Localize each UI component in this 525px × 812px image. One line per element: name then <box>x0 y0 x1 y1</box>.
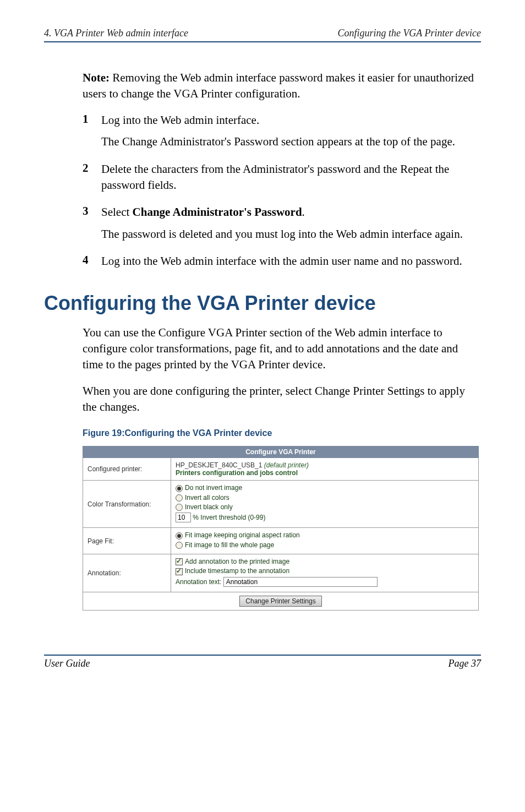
radio-invert-black[interactable] <box>176 504 183 511</box>
label-configured-printer: Configured printer: <box>83 458 171 481</box>
radio-label-fit-whole: Fit image to fill the whole page <box>185 541 274 549</box>
note-text: Removing the Web admin interface passwor… <box>83 71 474 100</box>
annotation-text-input[interactable] <box>223 577 378 587</box>
note-paragraph: Note: Removing the Web admin interface p… <box>83 70 481 102</box>
checkbox-include-timestamp[interactable] <box>176 568 183 575</box>
step-4-body: Log into the Web admin interface with th… <box>101 253 481 269</box>
radio-fit-whole[interactable] <box>176 542 183 549</box>
configure-vga-printer-table: Configure VGA Printer Configured printer… <box>83 446 479 610</box>
radio-label-fit-aspect: Fit image keeping original aspect ration <box>185 531 300 539</box>
step-2: 2 Delete the characters from the Adminis… <box>83 161 481 199</box>
step-2-body: Delete the characters from the Administr… <box>101 161 481 194</box>
cell-annotation: Add annotation to the printed image Incl… <box>171 554 479 592</box>
threshold-suffix: % Invert threshold (0-99) <box>193 514 265 521</box>
row-button: Change Printer Settings <box>83 592 479 610</box>
step-3-bold: Change Administrator's Password <box>133 205 302 219</box>
printer-name: HP_DESKJET_840C_USB_1 <box>176 461 264 469</box>
step-1-after: The Change Administrator's Password sect… <box>101 134 481 150</box>
label-color-transformation: Color Transformation: <box>83 481 171 528</box>
para-2: When you are done configuring the printe… <box>83 383 481 416</box>
step-number: 3 <box>83 204 91 248</box>
radio-invert-all[interactable] <box>176 494 183 502</box>
footer-left: User Guide <box>44 658 90 669</box>
annotation-text-label: Annotation text: <box>176 578 223 586</box>
label-page-fit: Page Fit: <box>83 528 171 554</box>
row-annotation: Annotation: Add annotation to the printe… <box>83 554 479 592</box>
step-1: 1 Log into the Web admin interface. The … <box>83 112 481 156</box>
radio-fit-aspect[interactable] <box>176 532 183 539</box>
checkbox-label-add-annotation: Add annotation to the printed image <box>185 558 289 565</box>
radio-label-do-not-invert: Do not invert image <box>185 484 242 492</box>
radio-label-invert-all: Invert all colors <box>185 494 229 502</box>
change-printer-settings-button[interactable]: Change Printer Settings <box>239 596 321 607</box>
step-3-after: The password is deleted and you must log… <box>101 226 481 242</box>
checkbox-add-annotation[interactable] <box>176 558 183 565</box>
footer-right: Page 37 <box>449 658 481 669</box>
row-configured-printer: Configured printer: HP_DESKJET_840C_USB_… <box>83 458 479 481</box>
cell-page-fit: Fit image keeping original aspect ration… <box>171 528 479 554</box>
printer-default-tag: (default printer) <box>264 461 309 469</box>
para-1: You can use the Configure VGA Printer se… <box>83 325 481 373</box>
section-heading: Configuring the VGA Printer device <box>44 292 481 315</box>
step-3-lead: Select <box>101 205 133 219</box>
step-4: 4 Log into the Web admin interface with … <box>83 253 481 275</box>
label-annotation: Annotation: <box>83 554 171 592</box>
step-number: 2 <box>83 161 91 199</box>
figure-caption: Figure 19:Configuring the VGA Printer de… <box>83 428 481 438</box>
page-footer: User Guide Page 37 <box>44 655 481 669</box>
header-right: Configuring the VGA Printer device <box>337 28 481 39</box>
checkbox-label-include-timestamp: Include timestamp to the annotation <box>185 567 289 575</box>
step-1-body: Log into the Web admin interface. <box>101 112 481 128</box>
radio-do-not-invert[interactable] <box>176 485 183 492</box>
cell-configured-printer: HP_DESKJET_840C_USB_1 (default printer) … <box>171 458 479 481</box>
row-page-fit: Page Fit: Fit image keeping original asp… <box>83 528 479 554</box>
radio-label-invert-black: Invert black only <box>185 503 233 511</box>
header-left: 4. VGA Printer Web admin interface <box>44 28 188 39</box>
printers-config-link[interactable]: Printers configuration and jobs control <box>176 469 298 477</box>
row-color-transformation: Color Transformation: Do not invert imag… <box>83 481 479 528</box>
table-title: Configure VGA Printer <box>83 446 479 458</box>
invert-threshold-input[interactable] <box>176 513 191 522</box>
steps-list: 1 Log into the Web admin interface. The … <box>83 112 481 275</box>
step-number: 1 <box>83 112 91 156</box>
step-3-body: Select Change Administrator's Password. <box>101 204 481 220</box>
note-label: Note: <box>83 71 110 84</box>
step-3: 3 Select Change Administrator's Password… <box>83 204 481 248</box>
step-number: 4 <box>83 253 91 275</box>
cell-color-transformation: Do not invert image Invert all colors In… <box>171 481 479 528</box>
step-3-tail: . <box>302 205 305 219</box>
page-header: 4. VGA Printer Web admin interface Confi… <box>44 28 481 42</box>
